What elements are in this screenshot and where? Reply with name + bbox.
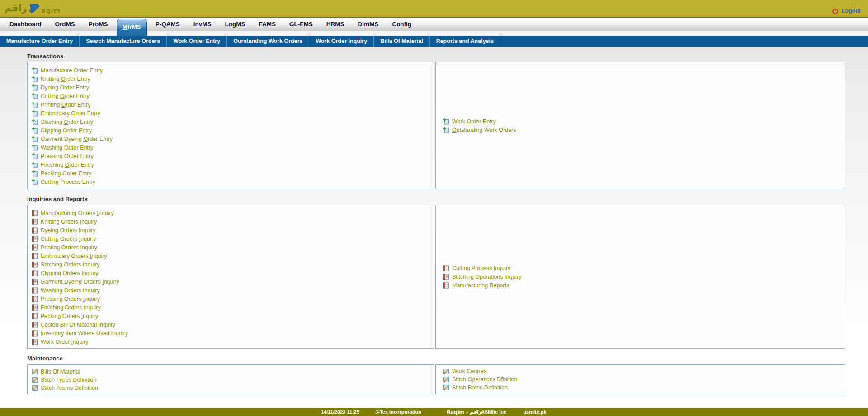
menu-link[interactable]: Knitting Orders Inquiry <box>41 219 97 225</box>
edit-icon <box>443 384 449 391</box>
menu-link[interactable]: Cutting Process Entry <box>41 179 95 185</box>
menu-link[interactable]: Packing Orders Inquiry <box>41 313 98 319</box>
logout-button[interactable]: Logout <box>832 8 861 14</box>
report-icon <box>443 265 449 271</box>
footer-website: asmite.pk <box>524 408 547 416</box>
footer-vendor-icon: # <box>476 408 478 416</box>
menu-link[interactable]: Knitting Order Entry <box>41 76 90 82</box>
menu-link[interactable]: Washing Order Entry <box>41 145 93 151</box>
menu-link[interactable]: Packing Order Entry <box>41 170 92 177</box>
nav-tab[interactable]: FAMS <box>259 18 276 31</box>
menu-item: Cutting Process Entry <box>32 178 434 186</box>
nav-tab[interactable]: Config <box>392 18 411 31</box>
section-title-transactions: Transactions <box>27 53 845 60</box>
menu-link[interactable]: Printing Orders Inquiry <box>41 244 97 251</box>
submenu-item[interactable]: Search Manufacture Orders <box>80 36 167 47</box>
report-icon <box>443 282 449 289</box>
new-document-icon <box>32 67 38 74</box>
menu-link[interactable]: Work Order Inquiry <box>41 339 88 345</box>
new-document-icon <box>443 118 449 125</box>
new-document-icon <box>32 84 38 91</box>
nav-tab[interactable]: P-QAMS <box>156 18 180 31</box>
menu-link[interactable]: Costed Bill Of Material Inquiry <box>41 322 115 328</box>
menu-link[interactable]: Manufacture Order Entry <box>41 67 103 74</box>
menu-link[interactable]: Dyeing Order Entry <box>41 84 89 91</box>
submenu-item[interactable]: Manufacture Order Entry <box>0 36 80 47</box>
edit-icon <box>443 376 449 383</box>
raqim-logo: راقم aqim <box>5 3 61 14</box>
submenu-item[interactable]: Reports and Analysis <box>430 36 500 47</box>
nav-tab[interactable]: DimMS <box>358 18 379 31</box>
menu-link[interactable]: Washing Orders Inquiry <box>41 287 100 294</box>
menu-item: Stitching Operations Inquiry <box>443 272 845 281</box>
submenu-item[interactable]: Work Order Inquiry <box>309 36 374 47</box>
menu-item: Outstanding Work Orders <box>443 126 845 134</box>
report-icon <box>32 313 38 319</box>
logo-latin-text: aqim <box>42 6 61 14</box>
report-icon <box>32 227 38 234</box>
menu-link[interactable]: Garment Dyeing Order Entry <box>41 136 113 142</box>
menu-link[interactable]: Inventory Item Where Used Inquiry <box>41 330 128 337</box>
menu-link[interactable]: Bills Of Material <box>41 369 80 375</box>
submenu-item[interactable]: Ourstanding Work Orders <box>227 36 309 47</box>
nav-tab[interactable]: LogMS <box>225 18 245 31</box>
report-icon <box>32 270 38 276</box>
menu-link[interactable]: Stitching Order Entry <box>41 119 93 125</box>
menu-item: Clipping Orders Inquiry <box>32 269 434 277</box>
status-footer-bar: 14/11/2023 11:25 J-Tex Incorporation Raq… <box>0 408 868 416</box>
menu-link[interactable]: Stitching Orders Inquiry <box>41 262 100 268</box>
menu-link[interactable]: Dyeing Orders Inquiry <box>41 227 96 234</box>
menu-link[interactable]: Manufacturing Reports <box>452 282 509 289</box>
menu-link[interactable]: Embroidary Orders Inquiry <box>41 253 107 259</box>
footer-datetime: 14/11/2023 11:25 <box>321 408 359 416</box>
inquiries-left-panel: Manufacturing Orders Inquiry Knitting Or… <box>27 205 434 349</box>
menu-link[interactable]: Stitch Operations Dfinition <box>452 376 518 383</box>
maintenance-right-panel: Work Centres Stitch Operations Dfinition <box>435 364 845 394</box>
nav-tab[interactable]: GL-FMS <box>289 18 313 31</box>
menu-link[interactable]: Cutting Order Entry <box>41 93 90 99</box>
menu-link[interactable]: Clipping Orders Inquiry <box>41 270 99 276</box>
nav-tab[interactable]: OrdMS <box>55 18 75 31</box>
menu-link[interactable]: Stitch Types Definition <box>41 377 96 383</box>
new-document-icon <box>32 127 38 134</box>
nav-tab[interactable]: HRMS <box>326 18 344 31</box>
menu-link[interactable]: Garment Dyeing Orders Inquiry <box>41 279 119 285</box>
report-icon <box>32 296 38 302</box>
menu-link[interactable]: Printing Order Entry <box>41 102 90 108</box>
menu-link[interactable]: Pressing Order Entry <box>41 153 94 159</box>
edit-icon <box>32 377 38 383</box>
menu-link[interactable]: Cutting Orders Inquiry <box>41 236 96 242</box>
submenu-item[interactable]: Work Order Entry <box>167 36 227 47</box>
menu-link[interactable]: Work Order Entry <box>452 118 496 125</box>
menu-link[interactable]: Work Centres <box>452 368 486 374</box>
report-icon <box>32 322 38 328</box>
menu-link[interactable]: Pressing Orders Inquiry <box>41 296 100 302</box>
nav-tab[interactable]: ProMS <box>89 18 108 31</box>
footer-vendor: ASMIte Inc <box>481 408 506 416</box>
menu-item: Printing Orders Inquiry <box>32 243 434 252</box>
menu-link[interactable]: Finishing Orders Inquiry <box>41 304 101 311</box>
menu-item: Work Order Inquiry <box>32 337 434 346</box>
menu-link[interactable]: Finishing Order Entry <box>41 162 94 168</box>
transactions-right-list: Work Order Entry Outstanding Work Orders <box>436 62 845 189</box>
report-icon <box>32 339 38 345</box>
menu-link[interactable]: Stitching Operations Inquiry <box>452 274 522 280</box>
menu-link[interactable]: Stitch Rates Definition <box>452 384 508 391</box>
submenu-item[interactable]: Bills Of Material <box>374 36 429 47</box>
nav-tab[interactable]: InvMS <box>193 18 212 31</box>
report-icon <box>32 219 38 225</box>
new-document-icon <box>32 145 38 151</box>
maintenance-right-list: Work Centres Stitch Operations Dfinition <box>436 365 845 394</box>
logo-arabic-text: راقم <box>5 4 27 13</box>
menu-link[interactable]: Cutting Process Inquiry <box>452 265 510 271</box>
menu-item: Stitch Types Definition <box>32 376 434 384</box>
nav-tab[interactable]: Dashboard <box>9 18 42 31</box>
menu-link[interactable]: Clipping Order Entry <box>41 127 92 134</box>
menu-link[interactable]: Outstanding Work Orders <box>452 127 516 133</box>
menu-link[interactable]: Manufacturing Orders Inquiry <box>41 210 114 216</box>
module-submenu-bar: Manufacture Order Entry Search Manufactu… <box>0 36 868 47</box>
menu-link[interactable]: Stitch Teams Definition <box>41 385 98 391</box>
menu-item: Costed Bill Of Material Inquiry <box>32 320 434 329</box>
nav-tab[interactable]: MfrMS <box>117 19 147 36</box>
menu-link[interactable]: Embroidary Order Entry <box>41 110 100 117</box>
